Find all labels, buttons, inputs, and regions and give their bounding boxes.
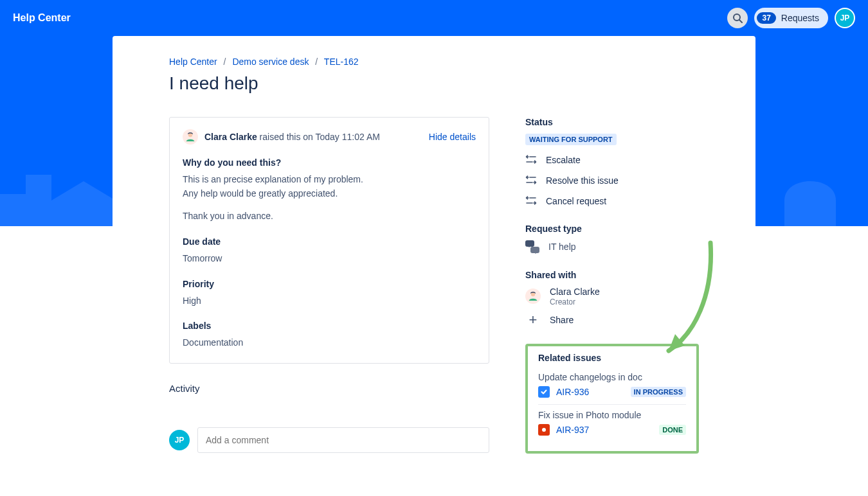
requester-avatar-icon: [183, 129, 198, 145]
activity-heading: Activity: [169, 383, 489, 394]
field-label-priority: Priority: [183, 279, 476, 289]
related-issues-heading: Related issues: [538, 353, 686, 363]
status-badge: WAITING FOR SUPPORT: [525, 134, 617, 145]
profile-avatar[interactable]: JP: [835, 8, 855, 28]
status-lozenge: IN PROGRESS: [631, 387, 686, 397]
search-button[interactable]: [727, 8, 748, 28]
requests-count-badge: 37: [757, 12, 775, 24]
field-value-priority: High: [183, 294, 476, 308]
field-body-why: This is an precise explanation of my pro…: [183, 173, 476, 224]
status-lozenge: DONE: [659, 425, 686, 435]
bug-icon: [538, 424, 550, 436]
field-label-labels: Labels: [183, 321, 476, 331]
breadcrumb-item[interactable]: Demo service desk: [232, 57, 309, 67]
page-card: Help Center / Demo service desk / TEL-16…: [113, 36, 755, 486]
issue-key-link[interactable]: AIR-936: [556, 387, 589, 397]
field-label-due: Due date: [183, 236, 476, 247]
breadcrumb-item[interactable]: Help Center: [169, 57, 217, 67]
requests-label: Requests: [781, 13, 819, 23]
request-details: Clara Clarke raised this on Today 11:02 …: [169, 117, 489, 364]
request-type-heading: Request type: [525, 224, 699, 234]
field-value-labels: Documentation: [183, 336, 476, 350]
field-value-due: Tomorrow: [183, 252, 476, 266]
issue-key-link[interactable]: AIR-937: [556, 425, 589, 435]
transfer-icon: [525, 175, 537, 186]
breadcrumb-item[interactable]: TEL-162: [324, 57, 359, 67]
svg-line-1: [739, 20, 742, 22]
task-icon: [538, 386, 550, 398]
app-title[interactable]: Help Center: [13, 12, 71, 24]
request-type-value: IT help: [548, 242, 576, 252]
action-cancel[interactable]: Cancel request: [525, 195, 699, 207]
related-issues-panel: Related issues Update changelogs in doc …: [525, 344, 699, 454]
svg-point-6: [542, 428, 546, 432]
raised-by-text: Clara Clarke raised this on Today 11:02 …: [204, 132, 422, 142]
field-label-why: Why do you need this?: [183, 157, 476, 168]
page-title: I need help: [169, 73, 699, 94]
transfer-icon: [525, 195, 537, 207]
status-heading: Status: [525, 117, 699, 127]
user-avatar-icon: [525, 288, 541, 304]
breadcrumb: Help Center / Demo service desk / TEL-16…: [169, 57, 699, 67]
hide-details-link[interactable]: Hide details: [429, 132, 476, 142]
requests-button[interactable]: 37 Requests: [754, 8, 828, 28]
action-escalate[interactable]: Escalate: [525, 154, 699, 166]
transfer-icon: [525, 154, 537, 166]
action-resolve[interactable]: Resolve this issue: [525, 175, 699, 186]
share-button[interactable]: + Share: [525, 313, 699, 327]
comment-input[interactable]: [197, 427, 489, 453]
shared-user: Clara Clarke Creator: [525, 287, 699, 306]
related-issue: Fix issue in Photo module AIR-937 DONE: [538, 405, 686, 442]
chat-bubbles-icon: [525, 240, 539, 253]
comment-avatar: JP: [169, 430, 190, 450]
related-issue: Update changelogs in doc AIR-936 IN PROG…: [538, 367, 686, 405]
topbar: Help Center 37 Requests JP: [0, 0, 868, 36]
plus-icon: +: [525, 313, 541, 327]
shared-with-heading: Shared with: [525, 270, 699, 280]
search-icon: [732, 13, 743, 23]
